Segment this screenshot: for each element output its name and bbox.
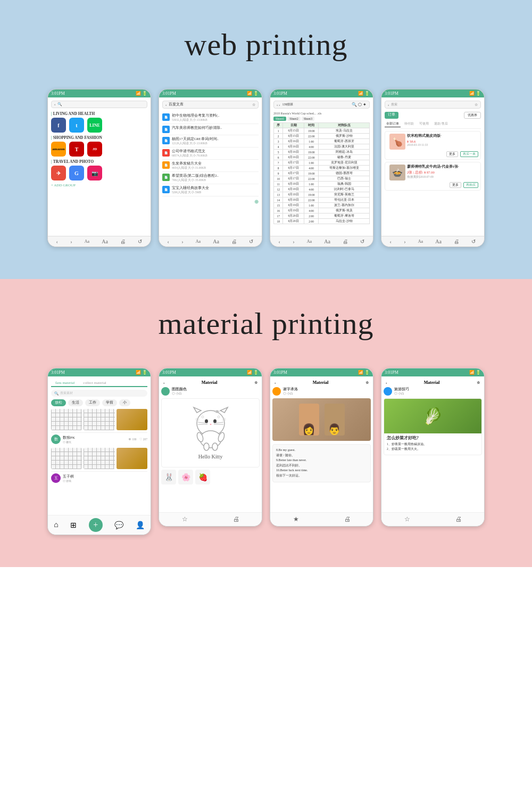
veggie-card: 🥬 怎么炒菜才好吃? 1、炒青菜一般用热锅凉油。 2、炒蔬菜一般用大火。 xyxy=(384,398,482,455)
expand-btn[interactable]: ⊕ xyxy=(162,199,259,204)
search-bar-4[interactable]: 搜索 xyxy=(391,102,472,107)
veggie-step-1: 1、炒青菜一般用热锅凉油。 xyxy=(387,442,479,447)
star-btn-2[interactable]: ☆ xyxy=(252,103,255,107)
sticker-2: 🌸 xyxy=(178,470,193,485)
m-search-bar[interactable]: 🔍 搜索素材 xyxy=(51,390,147,397)
back-btn-3[interactable]: ‹ › xyxy=(277,103,280,107)
travel-icon-3[interactable]: 📷 xyxy=(87,166,102,180)
print-icon-2[interactable]: 🖨 xyxy=(231,239,237,244)
facebook-icon[interactable]: f xyxy=(51,118,66,133)
back-btn-4[interactable]: ‹ xyxy=(388,103,389,107)
back-btn[interactable]: ‹ xyxy=(54,102,55,106)
folder-title: 百度文库 xyxy=(169,102,250,107)
m-chat-icon[interactable]: 💬 xyxy=(114,521,123,530)
order-tab-refund[interactable]: 退款/售后 xyxy=(433,121,450,127)
order-tab-all[interactable]: 全部订单 xyxy=(385,121,401,127)
nav-fwd-icon-4[interactable]: › xyxy=(404,239,405,244)
browser-bar-1[interactable]: ‹ 🔍 xyxy=(51,101,147,108)
twitter-icon[interactable]: t xyxy=(69,118,84,133)
browser-bar-3[interactable]: ‹ › 139排班 🔍 ⬡ ✦ xyxy=(273,101,370,109)
m-star-icon-3[interactable]: ★ xyxy=(293,515,299,523)
m-tab-fans[interactable]: fans material xyxy=(51,380,79,387)
font-large-icon-3[interactable]: Aa xyxy=(324,239,330,244)
star-btn-4[interactable]: ☆ xyxy=(475,103,478,107)
chip-relax[interactable]: 放松 xyxy=(51,399,66,406)
voucher-btn[interactable]: 优惠券 xyxy=(464,112,481,119)
order-img-1: 🍗 xyxy=(389,134,405,150)
m-print-icon-4b[interactable]: 🖨 xyxy=(455,515,462,523)
m-print-icon-2b[interactable]: 🖨 xyxy=(233,515,239,523)
search-bar-3: 139排班 xyxy=(282,102,350,107)
order-tabs: 全部订单 待付款 可使用 退款/售后 xyxy=(385,121,481,129)
chip-small[interactable]: 小 xyxy=(119,399,130,406)
m-home-icon[interactable]: ⌂ xyxy=(54,521,58,529)
order-tab-pending[interactable]: 待付款 xyxy=(403,121,415,127)
table-row: 26月15日22:00俄罗斯-沙特 xyxy=(274,134,370,139)
m-back-btn-4[interactable]: ‹ xyxy=(386,381,387,385)
travel-icon-2[interactable]: G xyxy=(69,166,84,180)
travel-icon-1[interactable]: ✈ xyxy=(51,166,66,180)
refresh-icon-1[interactable]: ↺ xyxy=(138,239,142,244)
browser-bar-2[interactable]: ‹ 百度文库 ☆ xyxy=(162,101,259,109)
nav-back-icon-4[interactable]: ‹ xyxy=(390,239,392,244)
font-large-icon-2[interactable]: Aa xyxy=(213,239,219,244)
print-icon-3[interactable]: 🖨 xyxy=(343,239,348,244)
m-item-name-2: 五子棋 xyxy=(63,474,74,479)
spreadsheet: 序 日期 时间 对阵队伍 16月15日19:00埃及-乌拉圭 26月15日22:… xyxy=(273,122,370,224)
sheet-tab-1[interactable]: Sheet1 xyxy=(273,117,286,121)
nav-back-icon-3[interactable]: ‹ xyxy=(279,239,280,244)
m-fab-btn[interactable]: + xyxy=(89,518,103,532)
m-bottom-bar-2: ☆ 🖨 xyxy=(159,512,262,526)
nav-fwd-icon-2[interactable]: › xyxy=(181,239,183,244)
chip-work[interactable]: 工作 xyxy=(85,399,100,406)
nav-fwd-icon[interactable]: › xyxy=(70,239,72,244)
back-btn-2[interactable]: ‹ xyxy=(165,103,167,107)
tmall-icon[interactable]: T xyxy=(69,142,84,157)
m-back-btn-2[interactable]: ‹ xyxy=(163,381,164,385)
chip-preschool[interactable]: 学前 xyxy=(102,399,117,406)
font-small-icon[interactable]: Aa xyxy=(85,239,89,244)
m-star-btn-3[interactable]: ☆ xyxy=(365,381,369,385)
more-btn-1[interactable]: 更多 xyxy=(446,151,458,157)
eng-line-4: 迟到总比不到好。 xyxy=(276,463,367,469)
m-grid-icon[interactable]: ⊞ xyxy=(70,521,77,530)
print-icon-4[interactable]: 🖨 xyxy=(454,239,459,244)
chip-life[interactable]: 生活 xyxy=(68,399,83,406)
font-small-icon-2[interactable]: Aa xyxy=(196,239,201,244)
m-star-btn-2[interactable]: ☆ xyxy=(254,381,257,385)
font-small-icon-3[interactable]: Aa xyxy=(307,239,312,244)
nav-back-icon[interactable]: ‹ xyxy=(56,239,58,244)
font-small-icon-4[interactable]: Aa xyxy=(418,239,423,244)
line-icon[interactable]: LINE xyxy=(87,118,102,133)
file-name-6: 宝宝入睡经典故事大全 xyxy=(172,186,209,191)
more-btn-2[interactable]: 更多 xyxy=(450,182,461,188)
phone4-content: ‹ 搜索 ☆ 订单 优惠券 全部订单 待付款 可使用 退款/售后 🍗 xyxy=(381,97,484,236)
nav-fwd-icon-3[interactable]: › xyxy=(293,239,294,244)
nav-back-icon-2[interactable]: ‹ xyxy=(168,239,169,244)
rebuy-btn-2[interactable]: 再购买 xyxy=(463,182,478,188)
m-star-icon-2[interactable]: ☆ xyxy=(182,515,188,523)
amazon-icon[interactable]: amazon xyxy=(51,142,66,157)
m-print-icon-3b[interactable]: 🖨 xyxy=(344,515,351,523)
m-star-btn-4[interactable]: ☆ xyxy=(477,381,480,385)
m-header-3: ‹ Material ☆ xyxy=(272,379,371,387)
jd-icon[interactable]: JD xyxy=(87,142,102,157)
m-star-icon-4[interactable]: ☆ xyxy=(404,515,410,523)
font-large-icon[interactable]: Aa xyxy=(102,239,108,244)
m-tab-collect[interactable]: collect material xyxy=(79,380,110,386)
sheet-tab-2[interactable]: Sheet2 xyxy=(287,117,300,121)
table-row: 136月18日19:00突尼斯-英格兰 xyxy=(274,192,370,198)
rebuy-btn-1[interactable]: 再买一单 xyxy=(460,151,478,157)
m-user-icon[interactable]: 👤 xyxy=(136,521,145,530)
font-large-icon-4[interactable]: Aa xyxy=(435,239,442,244)
refresh-icon-3[interactable]: ↺ xyxy=(360,239,364,244)
add-group-btn[interactable]: + ADD GROUP xyxy=(51,183,147,187)
m-back-btn-3[interactable]: ‹ xyxy=(275,381,276,385)
print-icon-1[interactable]: 🖨 xyxy=(120,239,126,244)
order-tab-usable[interactable]: 可使用 xyxy=(418,121,430,127)
sheet-tab-3[interactable]: Sheet3 xyxy=(302,117,314,121)
browser-bar-4[interactable]: ‹ 搜索 ☆ xyxy=(385,101,481,109)
order-btn[interactable]: 订单 xyxy=(385,112,398,119)
refresh-icon-4[interactable]: ↺ xyxy=(471,239,476,244)
refresh-icon-2[interactable]: ↺ xyxy=(249,239,253,244)
